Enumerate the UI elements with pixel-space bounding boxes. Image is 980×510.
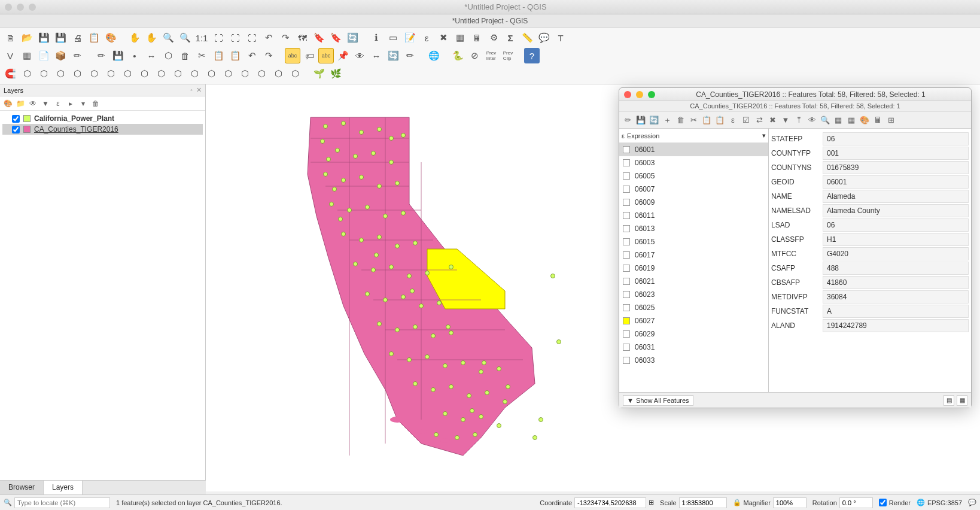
new-shapefile-icon[interactable]: 📄 bbox=[36, 48, 51, 63]
expand-all-icon[interactable]: ▸ bbox=[65, 98, 76, 109]
advanced-digitize-3-icon[interactable]: ⬡ bbox=[53, 66, 68, 81]
feature-list-item[interactable]: 06031 bbox=[619, 341, 768, 354]
feature-list-item[interactable]: 06013 bbox=[619, 222, 768, 235]
pan-to-selection-icon[interactable]: ✋ bbox=[144, 30, 159, 45]
feature-list-item[interactable]: 06025 bbox=[619, 301, 768, 314]
map-tips-icon[interactable]: 💬 bbox=[536, 30, 552, 45]
diagram-icon[interactable]: abc bbox=[318, 48, 334, 63]
advanced-digitize-1-icon[interactable]: ⬡ bbox=[19, 66, 35, 81]
zoom-native-icon[interactable]: 1:1 bbox=[194, 30, 209, 45]
prev-inter-icon[interactable]: PrevInter bbox=[483, 48, 499, 63]
copy-features-icon[interactable]: 📋 bbox=[211, 48, 226, 63]
advanced-digitize-11-icon[interactable]: ⬡ bbox=[187, 66, 202, 81]
new-project-icon[interactable]: 🗎 bbox=[2, 30, 18, 45]
attr-zoom-to-icon[interactable]: 🔍 bbox=[819, 114, 831, 126]
zoom-layer-icon[interactable]: ⛶ bbox=[244, 30, 260, 45]
attribute-value[interactable]: 36084 bbox=[823, 290, 969, 303]
new-print-layout-icon[interactable]: 🖨 bbox=[69, 30, 85, 45]
attr-delete-icon[interactable]: 🗑 bbox=[674, 114, 686, 126]
feature-list-item[interactable]: 06027 bbox=[619, 314, 768, 327]
identify-icon[interactable]: ℹ bbox=[369, 30, 384, 45]
feature-list-item[interactable]: 06003 bbox=[619, 156, 768, 169]
save-as-icon[interactable]: 💾 bbox=[53, 30, 68, 45]
new-bookmark-icon[interactable]: 🔖 bbox=[311, 30, 327, 45]
attr-add-feature-icon[interactable]: ＋ bbox=[661, 114, 673, 126]
attribute-value[interactable]: 06001 bbox=[823, 175, 969, 189]
cut-features-icon[interactable]: ✂ bbox=[194, 48, 209, 63]
tab-browser[interactable]: Browser bbox=[0, 481, 44, 494]
attribute-value[interactable]: 06 bbox=[823, 218, 969, 232]
advanced-digitize-9-icon[interactable]: ⬡ bbox=[153, 66, 169, 81]
attribute-value[interactable]: 41860 bbox=[823, 276, 969, 289]
advanced-digitize-16-icon[interactable]: ⬡ bbox=[270, 66, 286, 81]
feature-list-item[interactable]: 06023 bbox=[619, 288, 768, 301]
advanced-digitize-12-icon[interactable]: ⬡ bbox=[203, 66, 219, 81]
save-project-icon[interactable]: 💾 bbox=[36, 30, 51, 45]
toggle-editing-icon[interactable]: ✏ bbox=[93, 48, 109, 63]
attr-minimize-icon[interactable] bbox=[636, 91, 643, 98]
move-label-icon[interactable]: ↔ bbox=[369, 48, 384, 63]
layer-visibility-checkbox[interactable] bbox=[12, 126, 20, 133]
attr-conditional-format-icon[interactable]: 🎨 bbox=[859, 114, 871, 126]
prev-clip-icon[interactable]: PrevClip bbox=[500, 48, 516, 63]
show-labels-icon[interactable]: 👁 bbox=[352, 48, 367, 63]
vertex-tool-icon[interactable]: ⬡ bbox=[160, 48, 176, 63]
attr-pan-to-icon[interactable]: 👁 bbox=[806, 114, 818, 126]
zoom-window-icon[interactable] bbox=[29, 4, 36, 11]
rotation-input[interactable] bbox=[839, 497, 873, 508]
layout-manager-icon[interactable]: 📋 bbox=[86, 30, 102, 45]
advanced-digitize-14-icon[interactable]: ⬡ bbox=[237, 66, 252, 81]
attribute-value[interactable]: 06 bbox=[823, 132, 969, 145]
attr-save-edits-icon[interactable]: 💾 bbox=[635, 114, 647, 126]
layer-item[interactable]: California_Power_Plant bbox=[2, 113, 203, 124]
coordinate-input[interactable] bbox=[574, 497, 646, 508]
attr-delete-field-icon[interactable]: ▦ bbox=[845, 114, 857, 126]
advanced-digitize-6-icon[interactable]: ⬡ bbox=[103, 66, 118, 81]
add-group-icon[interactable]: 📁 bbox=[15, 98, 26, 109]
attr-deselect-icon[interactable]: ✖ bbox=[766, 114, 778, 126]
scale-input[interactable] bbox=[679, 497, 727, 508]
save-edits-icon[interactable]: 💾 bbox=[110, 48, 126, 63]
pan-icon[interactable]: ✋ bbox=[127, 30, 142, 45]
metasearch-icon[interactable]: 🌐 bbox=[426, 48, 442, 63]
feature-list-item[interactable]: 06011 bbox=[619, 209, 768, 222]
advanced-digitize-13-icon[interactable]: ⬡ bbox=[220, 66, 236, 81]
delete-selected-icon[interactable]: 🗑 bbox=[177, 48, 193, 63]
zoom-next-icon[interactable]: ↷ bbox=[278, 30, 293, 45]
advanced-digitize-10-icon[interactable]: ⬡ bbox=[170, 66, 185, 81]
feature-list-item[interactable]: 06017 bbox=[619, 248, 768, 262]
attr-new-field-icon[interactable]: ▦ bbox=[832, 114, 844, 126]
remove-layer-icon[interactable]: 🗑 bbox=[90, 98, 101, 109]
attribute-value[interactable]: Alameda bbox=[823, 190, 969, 203]
attr-paste-icon[interactable]: 📋 bbox=[714, 114, 726, 126]
label-toolbar-icon[interactable]: abc bbox=[285, 48, 300, 63]
select-features-icon[interactable]: ▭ bbox=[385, 30, 401, 45]
window-controls[interactable] bbox=[5, 4, 36, 11]
open-attribute-table-icon[interactable]: ▦ bbox=[452, 30, 468, 45]
snapping-icon[interactable]: 🧲 bbox=[2, 66, 18, 81]
attr-invert-selection-icon[interactable]: ⇄ bbox=[753, 114, 765, 126]
collapse-all-icon[interactable]: ▾ bbox=[78, 98, 89, 109]
plugin-no-icon[interactable]: ⊘ bbox=[467, 48, 482, 63]
attr-select-expr-icon[interactable]: ε bbox=[727, 114, 739, 126]
feature-list-item[interactable]: 06009 bbox=[619, 196, 768, 209]
attr-cut-icon[interactable]: ✂ bbox=[687, 114, 699, 126]
measure-icon[interactable]: 📏 bbox=[519, 30, 535, 45]
undo-icon[interactable]: ↶ bbox=[244, 48, 260, 63]
layer-item[interactable]: CA_Counties_TIGER2016 bbox=[2, 124, 203, 135]
layer-visibility-checkbox[interactable] bbox=[12, 115, 20, 123]
attribute-value[interactable]: 1914242789 bbox=[823, 319, 969, 332]
add-raster-layer-icon[interactable]: ▦ bbox=[19, 48, 35, 63]
zoom-in-icon[interactable]: 🔍 bbox=[160, 30, 176, 45]
attr-filter-icon[interactable]: ▼ bbox=[780, 114, 792, 126]
attr-titlebar[interactable]: CA_Counties_TIGER2016 :: Features Total:… bbox=[619, 88, 971, 101]
advanced-digitize-5-icon[interactable]: ⬡ bbox=[86, 66, 102, 81]
advanced-digitize-2-icon[interactable]: ⬡ bbox=[36, 66, 51, 81]
attr-select-all-icon[interactable]: ☑ bbox=[740, 114, 752, 126]
select-by-value-icon[interactable]: 📝 bbox=[402, 30, 418, 45]
new-scratch-layer-icon[interactable]: ✏ bbox=[69, 48, 85, 63]
attr-zoom-icon[interactable] bbox=[648, 91, 655, 98]
attribute-value[interactable]: A bbox=[823, 305, 969, 318]
lock-scale-icon[interactable]: 🔒 bbox=[733, 499, 741, 506]
attribute-value[interactable]: 01675839 bbox=[823, 161, 969, 174]
